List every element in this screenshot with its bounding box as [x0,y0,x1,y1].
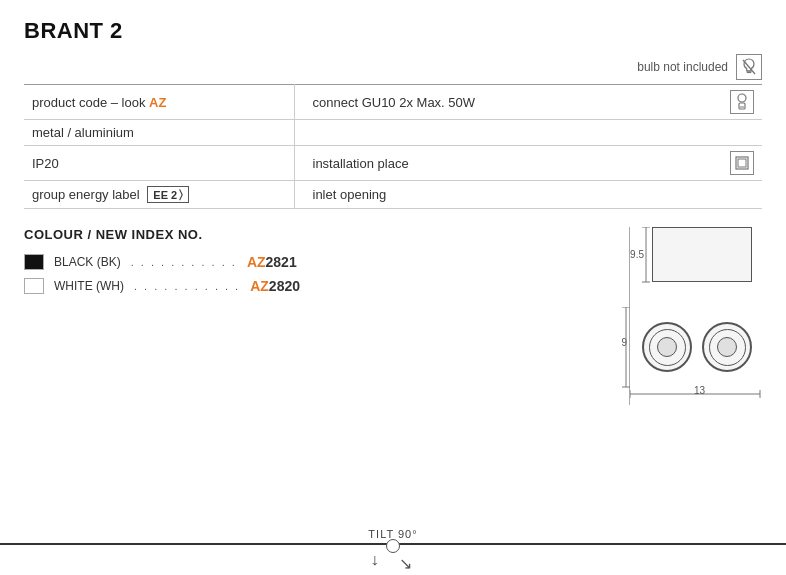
energy-badge-text: EE 2 [153,189,177,201]
table-row: metal / aluminium [24,120,762,146]
spec-installation-cell: installation place [294,146,762,181]
spec-connect-text: connect GU10 2x Max. 50W [313,95,476,110]
dim-v-top-svg [640,227,652,285]
spec-energy-label-text: group energy label [32,187,143,202]
lamp-circle-right [702,322,752,372]
energy-badge-arrow: 〉 [179,188,183,201]
tilt-circle [386,539,400,553]
black-code-num: 2821 [266,254,297,270]
svg-rect-4 [739,103,745,109]
spec-product-code-az: AZ [149,95,166,110]
diagram-area: 9.5 9 [542,227,762,302]
product-title: BRANT 2 [24,18,762,44]
black-dots: . . . . . . . . . . . [131,256,237,268]
spec-inlet-cell: inlet opening [294,181,762,209]
table-row: group energy label EE 2 〉 inlet opening [24,181,762,209]
bulb-info-row: bulb not included [24,54,762,80]
svg-rect-7 [738,159,746,167]
spec-material-right [294,120,762,146]
spec-product-code-cell: product code – look AZ [24,85,294,120]
bulb-not-included-label: bulb not included [637,60,728,74]
black-code: AZ2821 [247,254,297,270]
white-code-az: AZ [250,278,269,294]
installation-with-icon: installation place [313,151,755,175]
spec-energy-cell: group energy label EE 2 〉 [24,181,294,209]
main-container: BRANT 2 bulb not included product code –… [0,0,786,302]
connect-with-icon: connect GU10 2x Max. 50W [313,90,755,114]
white-dots: . . . . . . . . . . . [134,280,240,292]
lamp-circle-left [642,322,692,372]
white-code: AZ2820 [250,278,300,294]
side-view-diagram [652,227,752,282]
energy-badge: EE 2 〉 [147,186,189,203]
bottom-view-diagram [632,307,762,387]
spec-table: product code – look AZ connect GU10 2x M… [24,84,762,209]
list-item: BLACK (BK) . . . . . . . . . . . AZ2821 [24,254,542,270]
spec-material-cell: metal / aluminium [24,120,294,146]
dim-width-label: 13 [694,385,705,396]
spec-installation-text: installation place [313,156,409,171]
black-swatch [24,254,44,270]
list-item: WHITE (WH) . . . . . . . . . . . AZ2820 [24,278,542,294]
svg-point-3 [738,94,746,102]
dim-v-bottom-svg [620,307,632,389]
bulb-icon [736,54,762,80]
spec-connect-cell: connect GU10 2x Max. 50W [294,85,762,120]
tilt-section: TILT 90° ↓ ↘ [0,495,786,575]
white-code-num: 2820 [269,278,300,294]
gu10-icon [730,90,754,114]
tilt-arrow-left-icon: ↓ [370,551,380,569]
tilt-arrow-right-icon: ↘ [399,554,412,573]
colour-diagram-section: COLOUR / NEW INDEX NO. BLACK (BK) . . . … [24,227,762,302]
black-label: BLACK (BK) [54,255,121,269]
table-row: product code – look AZ connect GU10 2x M… [24,85,762,120]
white-label: WHITE (WH) [54,279,124,293]
colour-section-title: COLOUR / NEW INDEX NO. [24,227,542,242]
spec-product-code-text: product code – look [32,95,149,110]
black-code-az: AZ [247,254,266,270]
white-swatch [24,278,44,294]
table-row: IP20 installation place [24,146,762,181]
colour-left-panel: COLOUR / NEW INDEX NO. BLACK (BK) . . . … [24,227,542,302]
spec-ip-cell: IP20 [24,146,294,181]
installation-icon [730,151,754,175]
